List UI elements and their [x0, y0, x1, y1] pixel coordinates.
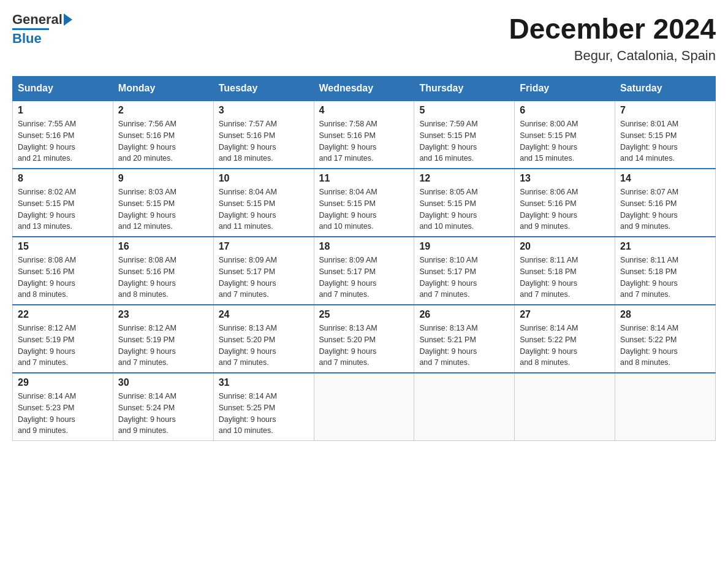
calendar-cell: 11 Sunrise: 8:04 AMSunset: 5:15 PMDaylig… — [314, 169, 414, 237]
day-info: Sunrise: 8:12 AMSunset: 5:19 PMDaylight:… — [118, 324, 176, 367]
day-info: Sunrise: 8:04 AMSunset: 5:15 PMDaylight:… — [219, 188, 277, 231]
calendar-cell — [414, 373, 515, 441]
calendar-cell: 3 Sunrise: 7:57 AMSunset: 5:16 PMDayligh… — [213, 101, 314, 169]
calendar-cell: 30 Sunrise: 8:14 AMSunset: 5:24 PMDaylig… — [113, 373, 213, 441]
day-info: Sunrise: 8:08 AMSunset: 5:16 PMDaylight:… — [18, 256, 76, 299]
day-info: Sunrise: 7:57 AMSunset: 5:16 PMDaylight:… — [219, 120, 277, 163]
day-info: Sunrise: 8:01 AMSunset: 5:15 PMDaylight:… — [620, 120, 678, 163]
calendar-cell: 24 Sunrise: 8:13 AMSunset: 5:20 PMDaylig… — [213, 305, 314, 373]
day-info: Sunrise: 8:06 AMSunset: 5:16 PMDaylight:… — [520, 188, 578, 231]
day-number: 9 — [118, 173, 208, 184]
title-area: December 2024 Begur, Catalonia, Spain — [509, 12, 716, 64]
calendar-body: 1 Sunrise: 7:55 AMSunset: 5:16 PMDayligh… — [13, 101, 716, 441]
day-number: 20 — [520, 241, 610, 252]
calendar-cell: 18 Sunrise: 8:09 AMSunset: 5:17 PMDaylig… — [314, 237, 414, 305]
day-number: 12 — [419, 173, 509, 184]
day-info: Sunrise: 8:07 AMSunset: 5:16 PMDaylight:… — [620, 188, 678, 231]
calendar-cell: 13 Sunrise: 8:06 AMSunset: 5:16 PMDaylig… — [515, 169, 615, 237]
day-number: 16 — [118, 241, 208, 252]
day-info: Sunrise: 8:10 AMSunset: 5:17 PMDaylight:… — [419, 256, 477, 299]
page-header: General Blue December 2024 Begur, Catalo… — [12, 12, 716, 64]
day-number: 4 — [319, 105, 409, 116]
calendar-header: Sunday Monday Tuesday Wednesday Thursday… — [13, 77, 716, 101]
calendar-cell: 9 Sunrise: 8:03 AMSunset: 5:15 PMDayligh… — [113, 169, 213, 237]
calendar-cell — [314, 373, 414, 441]
day-info: Sunrise: 8:14 AMSunset: 5:24 PMDaylight:… — [118, 392, 176, 435]
logo: General Blue — [12, 12, 72, 46]
day-number: 15 — [18, 241, 108, 252]
week-row-3: 15 Sunrise: 8:08 AMSunset: 5:16 PMDaylig… — [13, 237, 716, 305]
day-info: Sunrise: 8:13 AMSunset: 5:20 PMDaylight:… — [319, 324, 377, 367]
day-info: Sunrise: 7:59 AMSunset: 5:15 PMDaylight:… — [419, 120, 477, 163]
day-number: 31 — [219, 377, 309, 388]
calendar-cell: 25 Sunrise: 8:13 AMSunset: 5:20 PMDaylig… — [314, 305, 414, 373]
calendar-cell: 20 Sunrise: 8:11 AMSunset: 5:18 PMDaylig… — [515, 237, 615, 305]
day-number: 13 — [520, 173, 610, 184]
calendar-cell: 21 Sunrise: 8:11 AMSunset: 5:18 PMDaylig… — [615, 237, 716, 305]
col-thursday: Thursday — [414, 77, 515, 101]
calendar-cell: 8 Sunrise: 8:02 AMSunset: 5:15 PMDayligh… — [13, 169, 113, 237]
day-number: 3 — [219, 105, 309, 116]
day-number: 14 — [620, 173, 710, 184]
day-info: Sunrise: 8:05 AMSunset: 5:15 PMDaylight:… — [419, 188, 477, 231]
week-row-4: 22 Sunrise: 8:12 AMSunset: 5:19 PMDaylig… — [13, 305, 716, 373]
day-info: Sunrise: 8:11 AMSunset: 5:18 PMDaylight:… — [520, 256, 578, 299]
day-info: Sunrise: 8:11 AMSunset: 5:18 PMDaylight:… — [620, 256, 678, 299]
header-row: Sunday Monday Tuesday Wednesday Thursday… — [13, 77, 716, 101]
calendar-cell: 26 Sunrise: 8:13 AMSunset: 5:21 PMDaylig… — [414, 305, 515, 373]
day-number: 23 — [118, 309, 208, 320]
logo-blue: Blue — [12, 31, 42, 46]
week-row-2: 8 Sunrise: 8:02 AMSunset: 5:15 PMDayligh… — [13, 169, 716, 237]
day-number: 8 — [18, 173, 108, 184]
calendar-cell: 6 Sunrise: 8:00 AMSunset: 5:15 PMDayligh… — [515, 101, 615, 169]
day-number: 24 — [219, 309, 309, 320]
calendar-cell — [615, 373, 716, 441]
calendar-cell: 7 Sunrise: 8:01 AMSunset: 5:15 PMDayligh… — [615, 101, 716, 169]
day-number: 27 — [520, 309, 610, 320]
calendar-cell: 15 Sunrise: 8:08 AMSunset: 5:16 PMDaylig… — [13, 237, 113, 305]
calendar-cell: 27 Sunrise: 8:14 AMSunset: 5:22 PMDaylig… — [515, 305, 615, 373]
col-tuesday: Tuesday — [213, 77, 314, 101]
calendar-cell: 22 Sunrise: 8:12 AMSunset: 5:19 PMDaylig… — [13, 305, 113, 373]
calendar-cell: 19 Sunrise: 8:10 AMSunset: 5:17 PMDaylig… — [414, 237, 515, 305]
day-info: Sunrise: 8:02 AMSunset: 5:15 PMDaylight:… — [18, 188, 76, 231]
calendar-cell: 5 Sunrise: 7:59 AMSunset: 5:15 PMDayligh… — [414, 101, 515, 169]
day-number: 30 — [118, 377, 208, 388]
calendar-cell: 12 Sunrise: 8:05 AMSunset: 5:15 PMDaylig… — [414, 169, 515, 237]
day-info: Sunrise: 8:04 AMSunset: 5:15 PMDaylight:… — [319, 188, 377, 231]
calendar-cell: 23 Sunrise: 8:12 AMSunset: 5:19 PMDaylig… — [113, 305, 213, 373]
day-number: 25 — [319, 309, 409, 320]
day-info: Sunrise: 8:03 AMSunset: 5:15 PMDaylight:… — [118, 188, 176, 231]
calendar-cell — [515, 373, 615, 441]
day-info: Sunrise: 8:13 AMSunset: 5:20 PMDaylight:… — [219, 324, 277, 367]
col-friday: Friday — [515, 77, 615, 101]
day-info: Sunrise: 8:14 AMSunset: 5:22 PMDaylight:… — [520, 324, 578, 367]
day-number: 1 — [18, 105, 108, 116]
day-info: Sunrise: 8:09 AMSunset: 5:17 PMDaylight:… — [219, 256, 277, 299]
day-number: 19 — [419, 241, 509, 252]
day-info: Sunrise: 8:08 AMSunset: 5:16 PMDaylight:… — [118, 256, 176, 299]
day-number: 28 — [620, 309, 710, 320]
calendar-cell: 16 Sunrise: 8:08 AMSunset: 5:16 PMDaylig… — [113, 237, 213, 305]
week-row-1: 1 Sunrise: 7:55 AMSunset: 5:16 PMDayligh… — [13, 101, 716, 169]
day-info: Sunrise: 7:56 AMSunset: 5:16 PMDaylight:… — [118, 120, 176, 163]
day-number: 21 — [620, 241, 710, 252]
logo-general: General — [12, 12, 63, 27]
day-info: Sunrise: 8:14 AMSunset: 5:25 PMDaylight:… — [219, 392, 277, 435]
col-monday: Monday — [113, 77, 213, 101]
col-wednesday: Wednesday — [314, 77, 414, 101]
calendar-cell: 10 Sunrise: 8:04 AMSunset: 5:15 PMDaylig… — [213, 169, 314, 237]
day-info: Sunrise: 8:09 AMSunset: 5:17 PMDaylight:… — [319, 256, 377, 299]
day-number: 2 — [118, 105, 208, 116]
day-number: 17 — [219, 241, 309, 252]
calendar-cell: 28 Sunrise: 8:14 AMSunset: 5:22 PMDaylig… — [615, 305, 716, 373]
calendar-cell: 4 Sunrise: 7:58 AMSunset: 5:16 PMDayligh… — [314, 101, 414, 169]
day-info: Sunrise: 7:58 AMSunset: 5:16 PMDaylight:… — [319, 120, 377, 163]
day-number: 11 — [319, 173, 409, 184]
day-info: Sunrise: 8:14 AMSunset: 5:23 PMDaylight:… — [18, 392, 76, 435]
calendar-cell: 14 Sunrise: 8:07 AMSunset: 5:16 PMDaylig… — [615, 169, 716, 237]
day-number: 18 — [319, 241, 409, 252]
logo-triangle-icon — [64, 13, 72, 26]
day-info: Sunrise: 7:55 AMSunset: 5:16 PMDaylight:… — [18, 120, 76, 163]
calendar-subtitle: Begur, Catalonia, Spain — [509, 48, 716, 64]
